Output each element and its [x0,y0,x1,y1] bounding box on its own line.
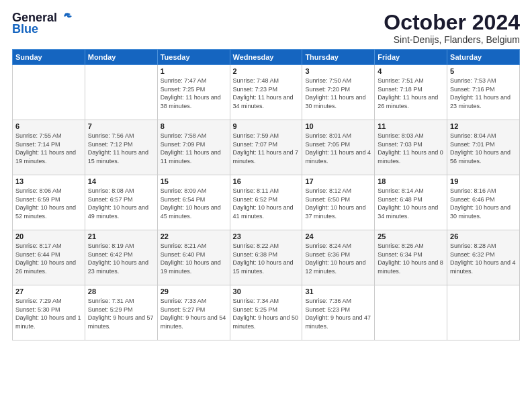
logo-blue: Blue [12,22,38,36]
day-number: 17 [305,177,371,185]
day-number: 16 [233,177,300,185]
day-number: 31 [305,287,371,295]
calendar-day-cell: 6Sunrise: 7:55 AMSunset: 7:14 PMDaylight… [13,120,85,175]
day-number: 10 [305,122,371,130]
day-info: Sunrise: 8:03 AMSunset: 7:03 PMDaylight:… [378,132,444,165]
day-number: 11 [378,122,444,130]
calendar-day-cell: 13Sunrise: 8:06 AMSunset: 6:59 PMDayligh… [13,175,85,230]
main-title: October 2024 [384,11,520,34]
day-info: Sunrise: 7:48 AMSunset: 7:23 PMDaylight:… [233,77,300,110]
day-number: 21 [88,232,154,240]
calendar-day-cell [375,285,447,340]
day-info: Sunrise: 8:16 AMSunset: 6:46 PMDaylight:… [450,187,517,220]
calendar-day-cell: 18Sunrise: 8:14 AMSunset: 6:48 PMDayligh… [375,175,447,230]
day-of-week-header: Wednesday [230,50,302,65]
day-of-week-header: Saturday [447,50,520,65]
day-info: Sunrise: 8:19 AMSunset: 6:42 PMDaylight:… [88,242,154,275]
calendar-day-cell: 27Sunrise: 7:29 AMSunset: 5:30 PMDayligh… [13,285,85,340]
day-info: Sunrise: 7:47 AMSunset: 7:25 PMDaylight:… [161,77,227,110]
calendar-day-cell: 5Sunrise: 7:53 AMSunset: 7:16 PMDaylight… [447,65,520,120]
day-info: Sunrise: 8:08 AMSunset: 6:57 PMDaylight:… [88,187,154,220]
calendar-day-cell: 24Sunrise: 8:24 AMSunset: 6:36 PMDayligh… [302,230,375,285]
day-info: Sunrise: 7:55 AMSunset: 7:14 PMDaylight:… [15,132,82,165]
day-number: 25 [378,232,444,240]
day-number: 26 [450,232,517,240]
day-of-week-header: Sunday [13,50,85,65]
day-info: Sunrise: 7:56 AMSunset: 7:12 PMDaylight:… [88,132,154,165]
subtitle: Sint-Denijs, Flanders, Belgium [384,34,520,45]
calendar-day-cell: 8Sunrise: 7:58 AMSunset: 7:09 PMDaylight… [157,120,230,175]
day-of-week-header: Tuesday [157,50,230,65]
day-info: Sunrise: 8:01 AMSunset: 7:05 PMDaylight:… [305,132,371,165]
calendar-day-cell: 10Sunrise: 8:01 AMSunset: 7:05 PMDayligh… [302,120,375,175]
calendar-day-cell: 26Sunrise: 8:28 AMSunset: 6:32 PMDayligh… [447,230,520,285]
calendar-day-cell: 12Sunrise: 8:04 AMSunset: 7:01 PMDayligh… [447,120,520,175]
day-number: 3 [305,67,371,75]
title-block: October 2024 Sint-Denijs, Flanders, Belg… [384,11,520,45]
day-number: 6 [15,122,82,130]
calendar-day-cell: 30Sunrise: 7:34 AMSunset: 5:25 PMDayligh… [230,285,302,340]
day-info: Sunrise: 8:06 AMSunset: 6:59 PMDaylight:… [15,187,82,220]
calendar-table: SundayMondayTuesdayWednesdayThursdayFrid… [12,49,520,340]
calendar-day-cell: 21Sunrise: 8:19 AMSunset: 6:42 PMDayligh… [85,230,157,285]
calendar-day-cell: 17Sunrise: 8:12 AMSunset: 6:50 PMDayligh… [302,175,375,230]
day-of-week-header: Friday [375,50,447,65]
calendar-week-row: 20Sunrise: 8:17 AMSunset: 6:44 PMDayligh… [13,230,520,285]
calendar-day-cell: 25Sunrise: 8:26 AMSunset: 6:34 PMDayligh… [375,230,447,285]
day-info: Sunrise: 8:22 AMSunset: 6:38 PMDaylight:… [233,242,300,275]
day-info: Sunrise: 7:58 AMSunset: 7:09 PMDaylight:… [161,132,227,165]
calendar-week-row: 6Sunrise: 7:55 AMSunset: 7:14 PMDaylight… [13,120,520,175]
day-of-week-header: Thursday [302,50,375,65]
day-number: 5 [450,67,517,75]
calendar-day-cell: 3Sunrise: 7:50 AMSunset: 7:20 PMDaylight… [302,65,375,120]
calendar-day-cell: 23Sunrise: 8:22 AMSunset: 6:38 PMDayligh… [230,230,302,285]
calendar-day-cell: 20Sunrise: 8:17 AMSunset: 6:44 PMDayligh… [13,230,85,285]
day-number: 27 [15,287,82,295]
header: General Blue October 2024 Sint-Denijs, F… [12,11,520,45]
calendar-day-cell: 2Sunrise: 7:48 AMSunset: 7:23 PMDaylight… [230,65,302,120]
calendar-day-cell: 14Sunrise: 8:08 AMSunset: 6:57 PMDayligh… [85,175,157,230]
day-info: Sunrise: 8:12 AMSunset: 6:50 PMDaylight:… [305,187,371,220]
calendar-week-row: 1Sunrise: 7:47 AMSunset: 7:25 PMDaylight… [13,65,520,120]
day-number: 15 [161,177,227,185]
day-info: Sunrise: 7:34 AMSunset: 5:25 PMDaylight:… [233,297,300,330]
day-number: 13 [15,177,82,185]
calendar-header-row: SundayMondayTuesdayWednesdayThursdayFrid… [13,50,520,65]
day-info: Sunrise: 8:17 AMSunset: 6:44 PMDaylight:… [15,242,82,275]
day-number: 24 [305,232,371,240]
calendar-day-cell: 29Sunrise: 7:33 AMSunset: 5:27 PMDayligh… [157,285,230,340]
day-of-week-header: Monday [85,50,157,65]
day-number: 2 [233,67,300,75]
day-number: 29 [161,287,227,295]
day-info: Sunrise: 7:53 AMSunset: 7:16 PMDaylight:… [450,77,517,110]
day-info: Sunrise: 8:24 AMSunset: 6:36 PMDaylight:… [305,242,371,275]
calendar-day-cell [447,285,520,340]
day-number: 1 [161,67,227,75]
calendar-day-cell: 31Sunrise: 7:36 AMSunset: 5:23 PMDayligh… [302,285,375,340]
day-number: 23 [233,232,300,240]
day-info: Sunrise: 7:59 AMSunset: 7:07 PMDaylight:… [233,132,300,165]
day-number: 19 [450,177,517,185]
day-number: 7 [88,122,154,130]
calendar-day-cell: 11Sunrise: 8:03 AMSunset: 7:03 PMDayligh… [375,120,447,175]
calendar-day-cell: 4Sunrise: 7:51 AMSunset: 7:18 PMDaylight… [375,65,447,120]
day-number: 14 [88,177,154,185]
day-number: 4 [378,67,444,75]
day-number: 28 [88,287,154,295]
logo: General Blue [12,11,73,36]
day-number: 18 [378,177,444,185]
day-number: 8 [161,122,227,130]
day-info: Sunrise: 7:50 AMSunset: 7:20 PMDaylight:… [305,77,371,110]
calendar-week-row: 27Sunrise: 7:29 AMSunset: 5:30 PMDayligh… [13,285,520,340]
day-info: Sunrise: 7:31 AMSunset: 5:29 PMDaylight:… [88,297,154,330]
calendar-container: General Blue October 2024 Sint-Denijs, F… [0,0,532,411]
calendar-day-cell: 1Sunrise: 7:47 AMSunset: 7:25 PMDaylight… [157,65,230,120]
calendar-day-cell: 9Sunrise: 7:59 AMSunset: 7:07 PMDaylight… [230,120,302,175]
day-info: Sunrise: 7:51 AMSunset: 7:18 PMDaylight:… [378,77,444,110]
calendar-day-cell: 15Sunrise: 8:09 AMSunset: 6:54 PMDayligh… [157,175,230,230]
calendar-body: 1Sunrise: 7:47 AMSunset: 7:25 PMDaylight… [13,65,520,340]
calendar-day-cell [13,65,85,120]
day-info: Sunrise: 8:21 AMSunset: 6:40 PMDaylight:… [161,242,227,275]
day-info: Sunrise: 7:36 AMSunset: 5:23 PMDaylight:… [305,297,371,330]
day-number: 9 [233,122,300,130]
